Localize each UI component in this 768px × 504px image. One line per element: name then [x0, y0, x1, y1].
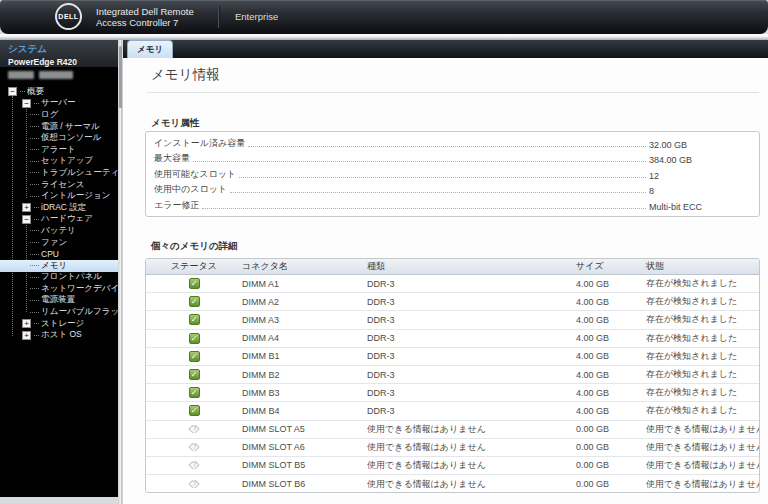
sidebar-tree-item[interactable]: 仮想コンソール	[0, 132, 118, 144]
attribute-value: 12	[649, 171, 751, 183]
sidebar-system-header: システム PowerEdge R420	[0, 40, 118, 67]
type-cell: DDR-3	[367, 351, 576, 361]
tree-item-label: ホスト OS	[41, 329, 82, 341]
table-row: ✓ DIMM B2 DDR-3 4.00 GB 存在が検知されました	[146, 366, 759, 384]
connector-cell: DIMM B1	[242, 351, 367, 361]
table-row: ✓ DIMM A1 DDR-3 4.00 GB 存在が検知されました	[146, 275, 759, 293]
connector-cell: DIMM SLOT A5	[242, 424, 367, 434]
status-ok-icon: ✓	[189, 405, 200, 416]
sidebar-tree-item[interactable]: イントルージョン	[0, 190, 118, 202]
tree-item-label: ストレージ	[41, 318, 84, 330]
sidebar-tree-item[interactable]: ネットワークデバイス	[0, 283, 118, 295]
type-cell: DDR-3	[367, 279, 576, 289]
table-row: ✓ DIMM B1 DDR-3 4.00 GB 存在が検知されました	[146, 348, 759, 366]
attribute-row: 使用中のスロット 8	[154, 183, 751, 199]
page-title: メモリ情報	[151, 66, 219, 84]
state-cell: 使用できる情報はありません	[646, 478, 759, 491]
type-cell: 使用できる情報はありません	[367, 423, 576, 436]
status-cell: ✓	[146, 351, 242, 362]
app-title-line2: Access Controller 7	[96, 17, 194, 28]
type-cell: DDR-3	[367, 370, 576, 380]
sidebar-tree-item[interactable]: − サーバー	[0, 98, 118, 110]
sidebar-tree-item[interactable]: − 概要	[0, 86, 118, 98]
sidebar-tree-item[interactable]: − ハードウェア	[0, 214, 118, 226]
attribute-label: 使用中のスロット	[154, 183, 227, 198]
tab-memory[interactable]: メモリ	[127, 40, 173, 58]
state-cell: 存在が検知されました	[646, 368, 759, 381]
leader-dots	[239, 177, 646, 178]
attribute-label: 使用可能なスロット	[154, 168, 236, 183]
memory-table: ステータスコネクタ名種類サイズ状態 ✓ DIMM A1 DDR-3 4.00 G…	[145, 258, 760, 493]
tree-connector	[30, 242, 39, 243]
dell-logo-text: DELL	[58, 13, 78, 20]
attribute-label: 最大容量	[154, 152, 190, 167]
tree-connector	[30, 138, 39, 139]
tree-item-label: 仮想コンソール	[41, 132, 101, 144]
attribute-value: 32.00 GB	[649, 140, 751, 152]
sidebar-tree-item[interactable]: + ホスト OS	[0, 329, 118, 341]
tree-expander-icon[interactable]: −	[8, 87, 17, 96]
tab-memory-label: メモリ	[137, 44, 163, 56]
sidebar-tree-item[interactable]: バッテリ	[0, 225, 118, 237]
tree-connector	[30, 114, 39, 115]
details-section-title: 個々のメモリの詳細	[151, 240, 238, 253]
type-cell: DDR-3	[367, 315, 576, 325]
state-cell: 存在が検知されました	[646, 313, 759, 326]
tree-item-label: ログ	[41, 109, 58, 121]
status-cell: ?	[146, 461, 242, 469]
sidebar-tree-item[interactable]: + iDRAC 設定	[0, 202, 118, 214]
sidebar-tree-item[interactable]: CPU	[0, 248, 118, 260]
status-cell: ✓	[146, 387, 242, 398]
sidebar-tree-item[interactable]: トラブルシューティング	[0, 167, 118, 179]
tree-expander-icon[interactable]: −	[22, 99, 31, 108]
tree-connector	[30, 196, 39, 197]
state-cell: 使用できる情報はありません	[646, 459, 759, 472]
sidebar-tree-item[interactable]: ファン	[0, 237, 118, 249]
sidebar-tree-item[interactable]: セットアップ	[0, 156, 118, 168]
system-label: システム	[8, 43, 118, 56]
tree-expander-icon[interactable]: +	[22, 203, 31, 212]
table-column-header: サイズ	[576, 259, 646, 274]
redacted-user-info	[8, 71, 73, 79]
attribute-value: 384.00 GB	[649, 155, 751, 167]
tree-expander-icon[interactable]: −	[22, 215, 31, 224]
table-row: ✓ DIMM A4 DDR-3 4.00 GB 存在が検知されました	[146, 330, 759, 348]
dell-logo-icon: DELL	[55, 3, 82, 30]
connector-cell: DIMM A2	[242, 297, 367, 307]
table-column-header: コネクタ名	[242, 259, 367, 274]
size-cell: 4.00 GB	[576, 315, 646, 325]
connector-cell: DIMM A3	[242, 315, 367, 325]
tree-expander-icon[interactable]: +	[22, 331, 31, 340]
status-ok-icon: ✓	[189, 296, 200, 307]
sidebar-tree-item[interactable]: ログ	[0, 109, 118, 121]
tree-connector	[34, 207, 39, 208]
table-row: ✓ DIMM B4 DDR-3 4.00 GB 存在が検知されました	[146, 402, 759, 420]
sidebar-tree-item[interactable]: メモリ	[0, 260, 118, 272]
status-ok-icon: ✓	[189, 314, 200, 325]
status-cell: ✓	[146, 333, 242, 344]
sidebar-tree-item[interactable]: リムーバブルフラッシュ	[0, 306, 118, 318]
state-cell: 使用できる情報はありません	[646, 423, 759, 436]
system-name: PowerEdge R420	[8, 57, 118, 67]
sidebar-tree-item[interactable]: 電源 / サーマル	[0, 121, 118, 133]
sidebar-tree-item[interactable]: アラート	[0, 144, 118, 156]
tree-connector	[30, 288, 39, 289]
sidebar-tree-item[interactable]: + ストレージ	[0, 318, 118, 330]
table-column-header: 状態	[646, 259, 759, 274]
size-cell: 4.00 GB	[576, 279, 646, 289]
connector-cell: DIMM SLOT B6	[242, 479, 367, 489]
size-cell: 0.00 GB	[576, 460, 646, 470]
connector-cell: DIMM A1	[242, 279, 367, 289]
tree-connector	[30, 254, 39, 255]
size-cell: 0.00 GB	[576, 424, 646, 434]
attribute-row: 使用可能なスロット 12	[154, 167, 751, 183]
sidebar-tree-item[interactable]: ライセンス	[0, 179, 118, 191]
edition-label: Enterprise	[235, 11, 278, 22]
sidebar-tree-item[interactable]: フロントパネル	[0, 272, 118, 284]
status-ok-icon: ✓	[189, 387, 200, 398]
status-unknown-icon: ?	[188, 480, 199, 488]
tree-expander-icon[interactable]: +	[22, 319, 31, 328]
status-ok-icon: ✓	[189, 351, 200, 362]
status-cell: ✓	[146, 405, 242, 416]
sidebar-tree-item[interactable]: 電源装置	[0, 295, 118, 307]
